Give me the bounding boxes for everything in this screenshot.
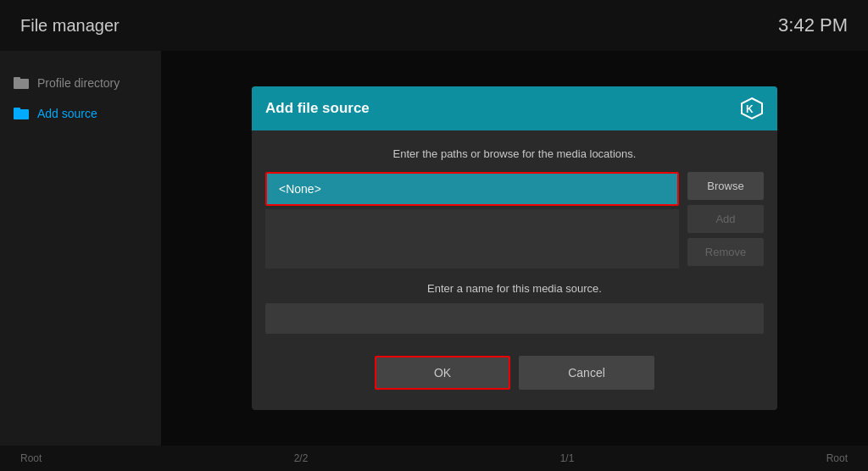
- top-bar: File manager 3:42 PM: [0, 0, 868, 51]
- clock: 3:42 PM: [778, 14, 848, 36]
- folder-icon: [14, 108, 29, 119]
- name-instruction: Enter a name for this media source.: [265, 282, 764, 295]
- modal-overlay: Add file source K Enter the paths or bro…: [161, 51, 868, 446]
- path-list-container: [265, 172, 679, 269]
- kodi-logo: K: [740, 97, 764, 120]
- path-list-area: [265, 209, 679, 269]
- add-file-source-dialog: Add file source K Enter the paths or bro…: [252, 86, 777, 410]
- dialog-title: Add file source: [265, 100, 370, 117]
- svg-text:K: K: [746, 103, 754, 115]
- bottom-right: Root: [826, 452, 848, 464]
- ok-button[interactable]: OK: [375, 356, 510, 390]
- bottom-left: Root: [20, 452, 42, 464]
- dialog-body: Enter the paths or browse for the media …: [252, 130, 777, 410]
- sidebar-item-label: Add source: [37, 107, 97, 120]
- sidebar-item-label: Profile directory: [37, 76, 120, 90]
- bottom-bar: Root 2/2 1/1 Root: [0, 446, 868, 471]
- folder-icon: [14, 77, 29, 89]
- sidebar-item-profile-directory[interactable]: Profile directory: [0, 68, 161, 98]
- add-button[interactable]: Add: [687, 205, 764, 233]
- name-section: Enter a name for this media source.: [265, 282, 764, 334]
- path-section: Browse Add Remove: [265, 172, 764, 269]
- bottom-center-right: 1/1: [560, 452, 575, 464]
- bottom-center-left: 2/2: [294, 452, 309, 464]
- dialog-header: Add file source K: [252, 86, 777, 130]
- path-input[interactable]: [265, 172, 679, 206]
- browse-button[interactable]: Browse: [687, 172, 764, 200]
- sidebar: Profile directory Add source: [0, 51, 161, 446]
- main-area: Add file source K Enter the paths or bro…: [161, 51, 868, 446]
- dialog-actions: OK Cancel: [265, 347, 764, 393]
- app-title: File manager: [20, 16, 120, 36]
- side-buttons: Browse Add Remove: [687, 172, 764, 266]
- remove-button[interactable]: Remove: [687, 238, 764, 266]
- paths-instruction: Enter the paths or browse for the media …: [265, 147, 764, 160]
- cancel-button[interactable]: Cancel: [519, 356, 654, 390]
- name-input[interactable]: [265, 303, 764, 334]
- sidebar-item-add-source[interactable]: Add source: [0, 98, 161, 129]
